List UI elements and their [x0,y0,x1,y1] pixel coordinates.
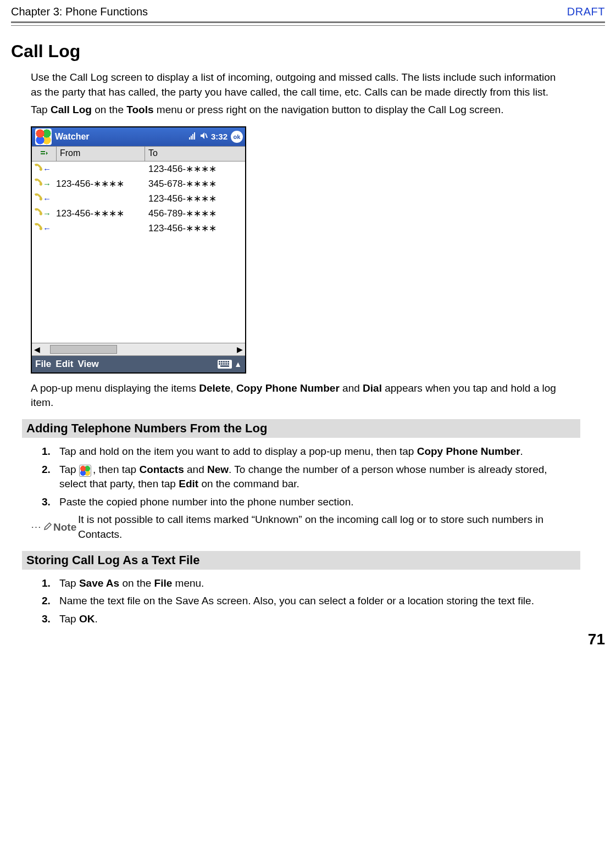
menu-file[interactable]: File [35,359,51,370]
scroll-thumb[interactable] [50,345,117,354]
scroll-right-icon[interactable]: ▶ [237,345,243,354]
text: menu or press right on the navigation bu… [154,104,504,115]
phone-icon [35,208,43,219]
start-menu-icon [79,465,91,477]
text: Tap [59,613,79,625]
text: Tap [59,464,79,475]
step-number: 1. [42,444,54,459]
svg-line-5 [206,133,207,138]
svg-rect-16 [227,363,229,365]
to-value: 123-456-∗∗∗∗ [146,163,245,175]
list-item[interactable]: ← 123-456-∗∗∗∗ [32,162,245,176]
bold-edit: Edit [179,478,198,489]
signal-icon [189,132,197,141]
list-item[interactable]: ← 123-456-∗∗∗∗ [32,221,245,236]
svg-rect-8 [221,361,223,363]
svg-rect-17 [220,365,229,367]
text: Tap and hold on the item you want to add… [59,446,417,457]
step-text: Paste the copied phone number into the p… [59,495,354,510]
text: on the [119,577,154,589]
text: menu. [172,577,204,589]
svg-rect-0 [189,137,190,140]
intro-paragraph-2: Tap Call Log on the Tools menu or press … [31,103,558,118]
steps-adding: 1. Tap and hold on the item you want to … [42,444,558,509]
list-item[interactable]: → 123-456-∗∗∗∗ 345-678-∗∗∗∗ [32,176,245,191]
list-item[interactable]: → 123-456-∗∗∗∗ 456-789-∗∗∗∗ [32,206,245,221]
phone-icon [35,163,43,174]
to-header[interactable]: To [145,147,245,161]
list-item[interactable]: ← 123-456-∗∗∗∗ [32,191,245,206]
call-log-screenshot: Watcher 3:32 ok From To ← 123-456-∗∗∗∗ →… [31,126,246,374]
ok-button[interactable]: ok [231,131,243,143]
phone-icon [35,178,43,189]
phone-icon [35,222,43,233]
svg-rect-13 [221,363,223,365]
section-heading-storing: Storing Call Log As a Text File [22,551,580,570]
text: Tap [59,577,79,589]
bold-call-log: Call Log [51,104,92,115]
text: on the [92,104,126,115]
pencil-icon [43,520,52,535]
bold-file: File [154,577,173,589]
text: . [95,613,97,625]
menu-edit[interactable]: Edit [56,359,73,370]
svg-rect-7 [219,361,220,363]
clock-time: 3:32 [211,132,227,141]
step-text: Name the text file on the Save As screen… [59,594,534,609]
app-title: Watcher [55,132,90,142]
svg-marker-4 [201,132,204,139]
text: . [520,446,523,457]
svg-rect-9 [223,361,225,363]
note-block: ⋯ Note It is not possible to call items … [31,513,558,542]
section-heading-adding: Adding Telephone Numbers From the Log [22,419,580,438]
svg-rect-3 [194,132,195,140]
svg-rect-1 [191,136,192,140]
to-value: 123-456-∗∗∗∗ [146,193,245,204]
svg-rect-11 [227,361,229,363]
note-label: Note [53,520,76,535]
bold-contacts: Contacts [139,464,184,475]
svg-rect-12 [219,363,220,365]
text: , [230,382,236,394]
incoming-arrow-icon: ← [43,165,51,173]
from-value: 123-456-∗∗∗∗ [54,178,146,190]
incoming-arrow-icon: ← [43,194,51,203]
note-dots-icon: ⋯ [31,520,42,535]
text: , then tap [93,464,140,475]
to-value: 123-456-∗∗∗∗ [146,222,245,234]
call-log-list: ← 123-456-∗∗∗∗ → 123-456-∗∗∗∗ 345-678-∗∗… [32,162,245,343]
scroll-left-icon[interactable]: ◀ [34,345,40,354]
from-value: 123-456-∗∗∗∗ [54,208,146,219]
steps-storing: 1. Tap Save As on the File menu. 2. Name… [42,576,558,627]
chapter-title: Chapter 3: Phone Functions [11,5,148,18]
up-caret-icon[interactable]: ▲ [234,360,242,369]
draft-watermark: DRAFT [567,5,605,18]
command-bar: File Edit View ▲ [32,356,245,372]
windows-logo-icon[interactable] [35,129,52,145]
step-number: 1. [42,576,54,591]
to-value: 345-678-∗∗∗∗ [146,178,245,190]
menu-view[interactable]: View [77,359,98,370]
header-divider [11,21,605,26]
step-number: 3. [42,612,54,627]
horizontal-scrollbar[interactable]: ◀ ▶ [32,343,245,356]
window-titlebar: Watcher 3:32 ok [32,127,245,146]
bold-copy-phone-number: Copy Phone Number [417,446,520,457]
speaker-icon [200,132,208,141]
sort-header[interactable] [32,147,57,161]
svg-rect-2 [192,134,193,140]
bold-dial: Dial [363,382,382,394]
page-title: Call Log [11,41,605,62]
intro-paragraph-1: Use the Call Log screen to display a lis… [31,70,558,99]
phone-icon [35,193,43,204]
svg-rect-14 [223,363,225,365]
outgoing-arrow-icon: → [43,209,51,218]
from-header[interactable]: From [57,147,145,161]
bold-delete: Delete [199,382,230,394]
popup-menu-paragraph: A pop-up menu displaying the items Delet… [31,381,558,410]
svg-rect-15 [225,363,227,365]
page-number: 71 [11,631,605,648]
incoming-arrow-icon: ← [43,224,51,232]
bold-new: New [207,464,229,475]
keyboard-icon[interactable] [218,360,232,369]
